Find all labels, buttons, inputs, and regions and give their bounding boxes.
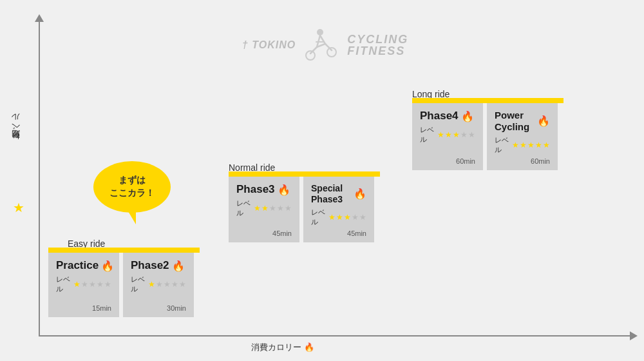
long-ride-cards: Phase4 🔥 レベル ★★★★★ 60min Power Cycling 🔥… <box>412 103 558 170</box>
easy-ride-bar <box>48 248 200 253</box>
svg-point-0 <box>317 29 323 35</box>
practice-time: 15min <box>56 304 111 312</box>
speech-bubble: まずはここカラ！ <box>93 161 171 213</box>
practice-level: レベル ★★★★★ <box>56 275 111 294</box>
power-cycling-time: 60min <box>495 157 550 165</box>
logo-area: † TOKINO CYCLING FITNESS <box>213 13 438 77</box>
phase2-title: Phase2 🔥 <box>131 259 186 272</box>
practice-title: Practice 🔥 <box>56 259 111 272</box>
normal-ride-bar <box>229 171 380 177</box>
phase2-stars: ★★★★★ <box>148 280 186 289</box>
y-axis-label: 運動レベル <box>10 116 21 145</box>
easy-ride-cards: Practice 🔥 レベル ★★★★★ 15min Phase2 🔥 レベル … <box>48 253 194 317</box>
practice-card[interactable]: Practice 🔥 レベル ★★★★★ 15min <box>48 253 119 317</box>
phase4-level: レベル ★★★★★ <box>420 125 475 144</box>
power-cycling-title: Power Cycling 🔥 <box>495 110 550 133</box>
phase2-card[interactable]: Phase2 🔥 レベル ★★★★★ 30min <box>123 253 194 317</box>
x-axis-label: 消費カロリー 🔥 <box>251 342 314 353</box>
phase4-flame-icon: 🔥 <box>461 110 474 122</box>
y-axis-star: ★ <box>13 200 24 215</box>
phase4-time: 60min <box>420 157 475 165</box>
power-cycling-level: レベル ★★★★★ <box>495 135 550 155</box>
special-phase3-flame-icon: 🔥 <box>354 188 366 200</box>
special-phase3-stars: ★★★★★ <box>328 213 366 222</box>
phase3-level: レベル ★★★★★ <box>236 199 292 218</box>
power-cycling-stars: ★★★★★ <box>512 141 550 150</box>
svg-point-1 <box>306 51 315 60</box>
logo-cycling-fitness: CYCLING FITNESS <box>347 34 408 57</box>
x-axis-arrow <box>630 331 638 340</box>
phase3-card[interactable]: Phase3 🔥 レベル ★★★★★ 45min <box>229 177 299 242</box>
y-axis-arrow <box>35 14 44 22</box>
power-cycling-card[interactable]: Power Cycling 🔥 レベル ★★★★★ 60min <box>487 103 558 170</box>
phase3-flame-icon: 🔥 <box>278 184 290 196</box>
phase3-stars: ★★★★★ <box>254 204 292 213</box>
special-phase3-card[interactable]: Special Phase3 🔥 レベル ★★★★★ 45min <box>303 177 374 242</box>
x-axis-line <box>39 335 631 337</box>
phase4-stars: ★★★★★ <box>437 130 475 139</box>
phase2-level: レベル ★★★★★ <box>131 275 186 294</box>
normal-ride-cards: Phase3 🔥 レベル ★★★★★ 45min Special Phase3 … <box>229 177 374 242</box>
special-phase3-title: Special Phase3 🔥 <box>311 183 366 205</box>
long-ride-bar <box>412 98 564 103</box>
logo-tokino: † TOKINO <box>242 39 296 51</box>
svg-point-2 <box>327 48 336 57</box>
practice-flame-icon: 🔥 <box>101 260 114 272</box>
phase2-flame-icon: 🔥 <box>172 260 185 272</box>
phase4-title: Phase4 🔥 <box>420 110 475 122</box>
power-cycling-flame-icon: 🔥 <box>537 115 550 127</box>
practice-stars: ★★★★★ <box>73 280 111 289</box>
phase4-card[interactable]: Phase4 🔥 レベル ★★★★★ 60min <box>412 103 483 170</box>
y-axis-line <box>39 19 40 335</box>
phase3-title: Phase3 🔥 <box>236 183 292 196</box>
logo-cyclist-icon <box>299 23 344 68</box>
special-phase3-time: 45min <box>311 229 366 237</box>
phase2-time: 30min <box>131 304 186 312</box>
special-phase3-level: レベル ★★★★★ <box>311 208 366 227</box>
phase3-time: 45min <box>236 229 292 237</box>
